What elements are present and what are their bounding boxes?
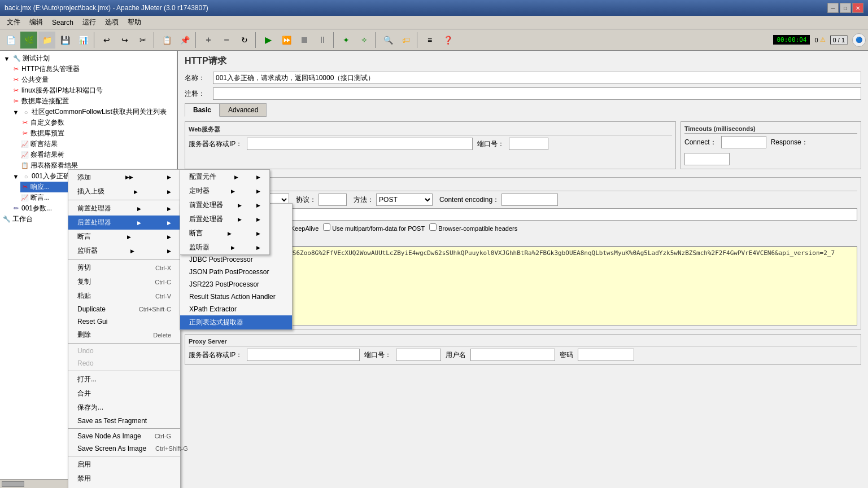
ctx-item-enable[interactable]: 启用 bbox=[68, 458, 180, 472]
ctx-duplicate-label: Duplicate bbox=[77, 305, 106, 313]
tree-item-view-tree[interactable]: 📈 察看结果树 bbox=[20, 150, 175, 160]
menu-search[interactable]: Search bbox=[47, 17, 78, 28]
open-button[interactable]: 🌿 bbox=[20, 32, 37, 49]
paste-button[interactable]: 📌 bbox=[176, 32, 193, 49]
func-btn[interactable]: 🏷 bbox=[398, 32, 415, 49]
start-button[interactable]: ▶ bbox=[260, 32, 277, 49]
list-btn[interactable]: ≡ bbox=[421, 32, 438, 49]
ctx-regex-extractor[interactable]: 正则表达式提取器 bbox=[180, 315, 292, 329]
multipart-cb-label[interactable]: Use multipart/form-data for POST bbox=[323, 223, 425, 232]
ctx-xpath-extractor[interactable]: XPath Extractor bbox=[180, 303, 292, 315]
ctx-item-save-node-img[interactable]: Save Node As Image Ctrl-G bbox=[68, 430, 180, 442]
copy-button[interactable]: 📋 bbox=[158, 32, 175, 49]
ctx-item-post[interactable]: 后置处理器 ▶ bbox=[68, 216, 180, 230]
ctx-item-assert[interactable]: 断言 ▶ bbox=[68, 230, 180, 244]
menu-options[interactable]: 选项 bbox=[101, 16, 123, 28]
ctx-item-insert[interactable]: 插入上级 ▶ bbox=[68, 184, 180, 199]
tree-item-social[interactable]: ▼ ○ 社区getCommonFollowList获取共同关注列表 bbox=[11, 107, 175, 117]
redo-button[interactable]: ↪ bbox=[116, 32, 133, 49]
minimize-button[interactable]: ─ bbox=[827, 3, 839, 13]
ctx-item-copy[interactable]: 复制 Ctrl-C bbox=[68, 275, 180, 289]
ctx-jdbc-post[interactable]: JDBC PostProcessor bbox=[180, 253, 292, 266]
stop-button[interactable]: ⏹ bbox=[296, 32, 313, 49]
revert-button[interactable]: 📊 bbox=[75, 32, 91, 49]
method-select[interactable]: POST GET bbox=[376, 194, 433, 206]
name-input[interactable] bbox=[213, 72, 861, 84]
ctx-item-disable[interactable]: 禁用 bbox=[68, 472, 180, 486]
tab-basic[interactable]: Basic bbox=[185, 103, 220, 117]
browser-cb-label[interactable]: Browser-compatible headers bbox=[429, 223, 517, 232]
cut-button[interactable]: ✂ bbox=[134, 32, 151, 49]
ctx-item-delete[interactable]: 删除 Delete bbox=[68, 328, 180, 342]
menu-run[interactable]: 运行 bbox=[78, 16, 101, 28]
ctx-item-save-screen[interactable]: Save Screen As Image Ctrl+Shift-G bbox=[68, 442, 180, 455]
remove-btn[interactable]: − bbox=[218, 32, 235, 49]
menu-file[interactable]: 文件 bbox=[2, 16, 25, 28]
ctx-add-pre[interactable]: 前置处理器 ▶ bbox=[180, 198, 269, 212]
save-button[interactable]: 💾 bbox=[56, 32, 73, 49]
ctx-add-timer[interactable]: 定时器 ▶ bbox=[180, 184, 269, 198]
tree-item-assert-result[interactable]: 📈 断言结果 bbox=[20, 139, 175, 150]
browser-checkbox[interactable] bbox=[429, 223, 437, 231]
response-input[interactable] bbox=[684, 153, 730, 165]
browse-btn[interactable]: 🔍 bbox=[380, 32, 396, 49]
ctx-item-listener[interactable]: 监听器 ▶ bbox=[68, 244, 180, 258]
ctx-item-paste[interactable]: 粘贴 Ctrl-V bbox=[68, 289, 180, 303]
tree-item-label: 001参数... bbox=[21, 204, 52, 213]
ctx-item-duplicate[interactable]: Duplicate Ctrl+Shift-C bbox=[68, 303, 180, 315]
ctx-add-post[interactable]: 后置处理器 ▶ bbox=[180, 212, 269, 226]
ctx-item-saveas[interactable]: 保存为... bbox=[68, 401, 180, 415]
tree-item-http-header[interactable]: ✂ HTTP信息头管理器 bbox=[11, 64, 175, 74]
proxy-server-input[interactable] bbox=[247, 349, 360, 361]
title-bar: back.jmx (E:\Auto\project\back.jmx) - Ap… bbox=[0, 0, 868, 16]
start-no-pause-button[interactable]: ⏩ bbox=[278, 32, 295, 49]
proxy-user-input[interactable] bbox=[470, 349, 555, 361]
new-button[interactable]: 📄 bbox=[2, 32, 19, 49]
status-icon[interactable]: 🔵 bbox=[852, 33, 866, 47]
maximize-button[interactable]: □ bbox=[840, 3, 851, 13]
menu-help[interactable]: 帮助 bbox=[123, 16, 146, 28]
tree-item-db-config[interactable]: ✂ 数据库连接配置 bbox=[11, 96, 175, 107]
menu-edit[interactable]: 编辑 bbox=[25, 16, 47, 28]
ctx-item-pre[interactable]: 前置处理器 ▶ bbox=[68, 201, 180, 216]
tree-item-linux-ip[interactable]: ✂ linux服务器IP地址和端口号 bbox=[11, 85, 175, 96]
protocol-input[interactable] bbox=[319, 194, 347, 206]
clear-btn[interactable]: ✦ bbox=[338, 32, 355, 49]
tree-item-db-preset[interactable]: ✂ 数据库预置 bbox=[20, 128, 175, 139]
ctx-add-assert[interactable]: 断言 ▶ bbox=[180, 226, 269, 240]
tree-item-custom-params[interactable]: ✂ 自定义参数 bbox=[20, 117, 175, 128]
jsr223-post-label: JSR223 PostProcessor bbox=[189, 280, 259, 288]
ctx-jsr223-post[interactable]: JSR223 PostProcessor bbox=[180, 278, 292, 291]
ctx-item-open[interactable]: 打开... bbox=[68, 372, 180, 386]
port-input[interactable] bbox=[509, 138, 548, 150]
ctx-item-merge[interactable]: 合并 bbox=[68, 386, 180, 401]
ctx-json-path-post[interactable]: JSON Path PostProcessor bbox=[180, 266, 292, 278]
ctx-add-config[interactable]: 配置元件 ▶ bbox=[180, 170, 269, 184]
undo-button[interactable]: ↩ bbox=[98, 32, 115, 49]
proxy-port-input[interactable] bbox=[396, 349, 441, 361]
multipart-checkbox[interactable] bbox=[323, 223, 330, 231]
tree-item-vars[interactable]: ✂ 公共变量 bbox=[11, 74, 175, 85]
tree-item-test-plan[interactable]: ▼ 🔧 测试计划 bbox=[2, 53, 175, 64]
connect-input[interactable] bbox=[721, 136, 766, 148]
close-button[interactable]: 📁 bbox=[38, 32, 55, 49]
ctx-add-listener[interactable]: 监听器 ▶ bbox=[180, 240, 269, 254]
proxy-pass-input[interactable] bbox=[578, 349, 634, 361]
ctx-item-cut[interactable]: 剪切 Ctrl-X bbox=[68, 261, 180, 275]
add-btn[interactable]: + bbox=[200, 32, 217, 49]
shutdown-button[interactable]: ⏸ bbox=[314, 32, 331, 49]
ctx-item-add[interactable]: 添加 ▶ bbox=[68, 170, 180, 184]
clear-all-btn[interactable]: ✧ bbox=[356, 32, 373, 49]
ctx-item-toggle[interactable]: Toggle Ctrl-T bbox=[68, 486, 180, 488]
comment-input[interactable] bbox=[213, 87, 861, 100]
ctx-sep-5 bbox=[68, 428, 180, 429]
ctx-item-reset-gui[interactable]: Reset Gui bbox=[68, 315, 180, 328]
ctx-item-save-fragment[interactable]: Save as Test Fragment bbox=[68, 415, 180, 427]
help-btn[interactable]: ❓ bbox=[439, 32, 456, 49]
ctx-result-status[interactable]: Result Status Action Handler bbox=[180, 291, 292, 303]
encoding-input[interactable] bbox=[501, 194, 558, 206]
refresh-btn[interactable]: ↻ bbox=[236, 32, 253, 49]
server-name-input[interactable] bbox=[247, 138, 473, 150]
tab-advanced[interactable]: Advanced bbox=[220, 103, 267, 117]
close-button[interactable]: ✕ bbox=[852, 3, 863, 13]
